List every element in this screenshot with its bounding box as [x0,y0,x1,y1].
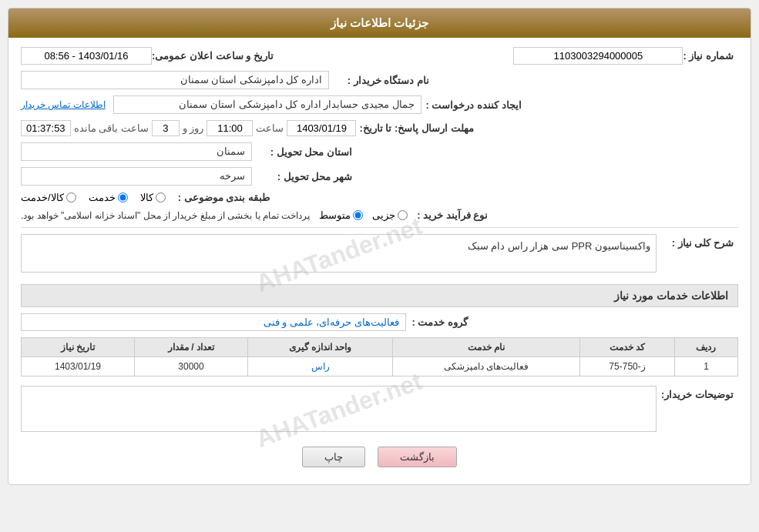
cell-tedad: 30000 [135,357,248,376]
noue-motovaset-label: متوسط [319,209,351,221]
ijad-link[interactable]: اطلاعات تماس خریدار [21,99,106,110]
tabe-row: طبقه بندی موضوعی : کالا خدمت کالا/خدمت [21,192,738,203]
main-card: جزئیات اطلاعات نیاز شماره نیاز : 1103003… [8,8,751,485]
noue-jozi-option: جزیی [372,209,408,221]
ijad-value: جمال مجیدی حسابدار اداره کل دامپزشکی است… [113,95,421,114]
noue-motovaset-option: متوسط [319,209,363,221]
table-body: 1 ز-750-75 فعالیت‌های دامپزشکی راس 30000… [22,357,738,376]
noue-label: نوع فرآیند خرید : [417,209,488,221]
col-vahed: واحد اندازه گیری [247,338,392,357]
page-wrapper: جزئیات اطلاعات نیاز شماره نیاز : 1103003… [0,0,759,532]
ostan-value: سمنان [21,142,252,161]
cell-radif: 1 [674,357,737,376]
col-name: نام خدمت [393,338,580,357]
khadamat-table: ردیف کد خدمت نام خدمت واحد اندازه گیری ت… [21,337,738,376]
tabe-kalakhadamat-radio[interactable] [66,192,76,202]
tabe-label: طبقه بندی موضوعی : [178,192,270,203]
sharh-container: AHATander.net واکسیناسیون PPR سی هزار را… [21,234,657,275]
table-head: ردیف کد خدمت نام خدمت واحد اندازه گیری ت… [22,338,738,357]
moholat-label: مهلت ارسال پاسخ: تا تاریخ: [359,122,473,134]
sharh-label: شرح کلی نیاز : [657,234,734,249]
name-dasgah-row: نام دستگاه خریدار : اداره کل دامپزشکی اس… [21,71,738,89]
noue-row: نوع فرآیند خرید : جزیی متوسط پرداخت تمام… [21,209,738,221]
moholat-saat: 11:00 [207,120,253,136]
tozihat-container: AHATander.net [21,386,657,434]
moholat-row: مهلت ارسال پاسخ: تا تاریخ: 1403/01/19 سا… [21,120,738,136]
separator1 [21,227,738,228]
moholat-baghimande: 01:37:53 [21,120,71,136]
cell-name: فعالیت‌های دامپزشکی [393,357,580,376]
tabe-kala-radio[interactable] [156,192,166,202]
khadamat-section-header: اطلاعات خدمات مورد نیاز [21,284,738,307]
khadamat-table-section: ردیف کد خدمت نام خدمت واحد اندازه گیری ت… [21,337,738,376]
cell-kod: ز-750-75 [580,357,675,376]
tabe-khadamat-label: خدمت [89,192,116,203]
ijad-row: ایجاد کننده درخواست : جمال مجیدی حسابدار… [21,95,738,114]
tabe-khadamat-option: خدمت [89,192,128,203]
tarikh-aalan-value: 1403/01/16 - 08:56 [21,47,152,65]
cell-tarikh: 1403/01/19 [22,357,135,376]
grouh-label: گروه خدمت : [406,316,468,328]
table-header-row: ردیف کد خدمت نام خدمت واحد اندازه گیری ت… [22,338,738,357]
moholat-roz-label: روز و [183,122,204,134]
col-kod: کد خدمت [580,338,675,357]
col-radif: ردیف [674,338,737,357]
page-title: جزئیات اطلاعات نیاز [331,16,428,29]
card-header: جزئیات اطلاعات نیاز [8,8,751,38]
shahr-value: سرخه [21,167,252,186]
buttons-row: بازگشت چاپ [21,447,738,467]
moholat-date: 1403/01/19 [287,120,356,136]
noue-motovaset-radio[interactable] [353,210,363,220]
moholat-saat-label: ساعت [256,122,284,134]
col-tedad: تعداد / مقدار [135,338,248,357]
tarikh-aalan-label: تاریخ و ساعت اعلان عمومی: [152,50,274,62]
tabe-kalakhadamat-label: کالا/خدمت [21,192,64,203]
col-tarikh: تاریخ نیاز [22,338,135,357]
grouh-row: گروه خدمت : فعالیت‌های حرفه‌ای، علمی و ف… [21,313,738,331]
noue-jozi-label: جزیی [372,209,395,221]
tozihat-textarea[interactable] [21,386,657,432]
noue-description: پرداخت تمام یا بخشی از مبلغ خریدار از مح… [21,210,310,221]
chap-button[interactable]: چاپ [302,447,365,467]
moholat-baghimande-label: ساعت باقی مانده [74,122,149,134]
ostan-label: استان محل تحویل : [252,146,352,158]
shomara-row: شماره نیاز : 1103003294000005 تاریخ و سا… [21,47,738,65]
sharh-textarea[interactable] [21,234,657,273]
tabe-kala-option: کالا [140,192,166,203]
ijad-label: ایجاد کننده درخواست : [421,99,522,111]
sharh-row: شرح کلی نیاز : AHATander.net واکسیناسیون… [21,234,738,275]
tozihat-label: توضیحات خریدار: [657,386,734,400]
bazgasht-button[interactable]: بازگشت [378,447,457,467]
noue-jozi-radio[interactable] [398,210,408,220]
ostan-row: استان محل تحویل : سمنان [21,142,738,161]
tabe-kalakhadamat-option: کالا/خدمت [21,192,76,203]
tabe-khadamat-radio[interactable] [118,192,128,202]
card-body: شماره نیاز : 1103003294000005 تاریخ و سا… [8,38,751,484]
tozihat-section: توضیحات خریدار: AHATander.net [21,386,738,434]
table-row: 1 ز-750-75 فعالیت‌های دامپزشکی راس 30000… [22,357,738,376]
shahr-label: شهر محل تحویل : [252,171,352,182]
shomara-label: شماره نیاز : [683,50,734,62]
moholat-roz: 3 [152,120,180,136]
grouh-value: فعالیت‌های حرفه‌ای، علمی و فنی [21,313,406,331]
shomara-value: 1103003294000005 [513,47,683,65]
name-dasgah-value: اداره کل دامپزشکی استان سمنان [21,71,329,89]
cell-vahed: راس [247,357,392,376]
tabe-kala-label: کالا [140,192,153,203]
name-dasgah-label: نام دستگاه خریدار : [329,75,429,86]
shahr-row: شهر محل تحویل : سرخه [21,167,738,186]
